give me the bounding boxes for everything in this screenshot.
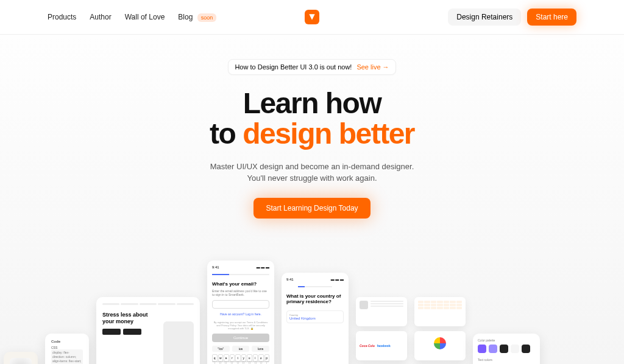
statusbar: 9:41▬ ▬ ▬	[286, 278, 344, 281]
swatch	[478, 345, 486, 353]
email-question: What's your email?	[212, 281, 269, 287]
nav-author[interactable]: Author	[90, 13, 111, 21]
facebook-logo: facebook	[377, 344, 391, 348]
pill-link[interactable]: See live →	[356, 63, 389, 71]
headline-line1: Learn how	[243, 87, 381, 119]
coke-logo: Coca-Cola	[360, 344, 375, 348]
mockups-row: Sport Shoe v.6 $49.90 Code CSS display: …	[0, 261, 624, 364]
calendar-grid	[418, 301, 462, 309]
swatch	[511, 345, 519, 353]
keyboard-row2: asdfghjkl	[212, 362, 269, 364]
section-label: Text colors	[478, 358, 535, 362]
calendar-card	[414, 297, 466, 326]
phone-preview	[163, 321, 194, 364]
profile-card	[356, 297, 407, 326]
terms-text: By registering, you accept our Terms & C…	[212, 321, 269, 330]
email-hint: Enter the email address you'd like to us…	[212, 289, 269, 296]
progress-bar	[212, 274, 269, 275]
header: Products Author Wall of Love Blog soon D…	[0, 0, 624, 35]
pie-card	[414, 331, 466, 360]
mockup-cards-column-a: Coca-Cola facebook	[356, 297, 407, 364]
avatar-icon	[360, 301, 368, 309]
design-retainers-button[interactable]: Design Retainers	[448, 9, 521, 26]
start-here-button[interactable]: Start here	[527, 9, 576, 26]
cta-button[interactable]: Start Learning Design Today	[254, 198, 370, 219]
subheading: Master UI/UX design and become an in-dem…	[0, 161, 624, 184]
code-block: display: flex-direction: column; align-i…	[51, 349, 83, 364]
swatch	[489, 345, 497, 353]
country-field: Country United Kingdom	[286, 310, 344, 323]
palette-label: Color palette	[478, 338, 535, 342]
sub-line2: You'll never struggle with work again.	[247, 173, 377, 183]
code-title: Code	[51, 340, 83, 343]
headline-line2a: to	[210, 117, 243, 150]
keyboard-row1: qwertyuiop	[212, 354, 269, 362]
country-value: United Kingdom	[289, 317, 341, 320]
email-input	[212, 300, 269, 309]
swatches	[478, 345, 535, 353]
mockup-code-card: Code CSS display: flex-direction: column…	[45, 334, 89, 364]
swatch	[500, 345, 508, 353]
nav-blog-label: Blog	[178, 13, 193, 21]
keyboard-suggestions: "Ics" ios lons	[212, 346, 269, 352]
statusbar: 9:41▬ ▬ ▬	[212, 265, 269, 269]
nav-left: Products Author Wall of Love Blog soon	[48, 13, 216, 22]
sub-line1: Master UI/UX design and become an in-dem…	[210, 162, 414, 171]
hero: How to Design Better UI 3.0 is out now! …	[0, 35, 624, 219]
country-question: What is your country of primary residenc…	[286, 293, 344, 304]
mockup-product-card: Sport Shoe v.6 $49.90	[4, 352, 38, 364]
mockup-cards-column-b	[414, 297, 466, 364]
pie-chart-icon	[434, 337, 446, 349]
finance-title: Stress less about your money	[102, 312, 153, 325]
nav-right: Design Retainers Start here	[448, 9, 576, 26]
nav-products[interactable]: Products	[48, 13, 76, 21]
pill-text: How to Design Better UI 3.0 is out now!	[235, 63, 352, 71]
nav-blog[interactable]: Blog soon	[178, 13, 216, 22]
announcement-pill[interactable]: How to Design Better UI 3.0 is out now! …	[228, 59, 395, 75]
progress-bar	[298, 286, 332, 287]
mockup-finance-app: Stress less about your money Manage subs…	[96, 297, 200, 364]
mockup-country-form: 9:41▬ ▬ ▬ What is your country of primar…	[282, 273, 349, 364]
mockup-email-form: 9:41▬ ▬ ▬ What's your email? Enter the e…	[207, 261, 274, 364]
store-badges	[102, 329, 153, 335]
headline-accent: design better	[243, 117, 414, 150]
soon-badge: soon	[197, 13, 217, 22]
brands-card: Coca-Cola facebook	[356, 331, 407, 360]
shoe-image	[10, 358, 32, 364]
topbar	[102, 303, 194, 307]
login-link: Have an account? Log in here.	[212, 312, 269, 316]
mockup-color-palette: Color palette Text colors	[473, 334, 540, 364]
continue-button: Continue	[212, 334, 269, 342]
swatch	[522, 345, 530, 353]
nav-wall-of-love[interactable]: Wall of Love	[125, 13, 165, 21]
headline: Learn how to design better	[0, 88, 624, 150]
logo-icon[interactable]	[305, 10, 319, 24]
